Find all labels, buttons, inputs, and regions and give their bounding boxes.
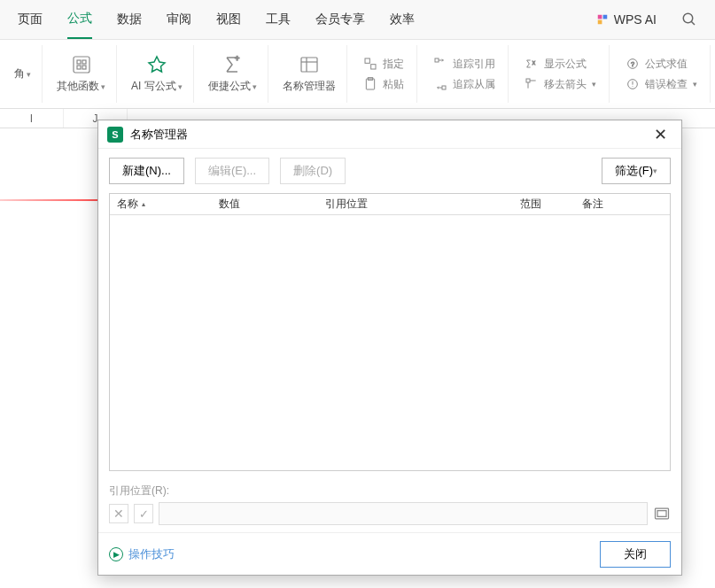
trace-dep-button[interactable]: 追踪从属: [433, 77, 495, 92]
eval-icon: ?: [626, 57, 640, 71]
svg-rect-12: [370, 65, 375, 69]
wps-ai-label: WPS AI: [614, 12, 657, 27]
quick-formula-button[interactable]: + 便捷公式▾: [205, 50, 260, 97]
svg-text:+: +: [235, 54, 239, 63]
new-button[interactable]: 新建(N)...: [109, 158, 184, 184]
show-formula-button[interactable]: x显示公式: [525, 57, 596, 72]
paste-icon: [363, 77, 377, 91]
th-note[interactable]: 备注: [575, 194, 670, 214]
th-name[interactable]: 名称▴: [110, 194, 212, 214]
specify-button[interactable]: 指定: [363, 57, 404, 72]
svg-text:x: x: [532, 59, 535, 66]
formula-eval-button[interactable]: ?公式求值: [626, 57, 697, 72]
remove-arrows-icon: [525, 77, 539, 91]
tab-review[interactable]: 审阅: [167, 1, 191, 38]
name-manager-dialog: S 名称管理器 ✕ 新建(N)... 编辑(E)... 删除(D) 筛选(F) …: [97, 120, 682, 576]
dialog-title: 名称管理器: [130, 127, 188, 143]
tab-page[interactable]: 页面: [18, 1, 43, 38]
error-check-icon: [626, 77, 640, 91]
close-icon[interactable]: ✕: [649, 123, 672, 146]
remove-arrows-button[interactable]: 移去箭头▾: [525, 77, 596, 92]
ai-icon: [146, 54, 167, 75]
svg-rect-3: [77, 60, 81, 64]
svg-rect-11: [365, 58, 369, 63]
svg-rect-2: [74, 57, 89, 73]
svg-rect-16: [442, 86, 446, 89]
menu-tabs: 页面 公式 数据 审阅 视图 工具 会员专享 效率 WPS AI: [0, 0, 715, 40]
search-icon[interactable]: [681, 12, 697, 27]
svg-line-1: [691, 21, 695, 25]
svg-rect-5: [77, 66, 81, 69]
dialog-app-icon: S: [107, 127, 123, 143]
table-body: [110, 215, 670, 470]
tab-efficiency[interactable]: 效率: [390, 1, 415, 38]
dialog-toolbar: 新建(N)... 编辑(E)... 删除(D) 筛选(F) ▾: [98, 149, 681, 193]
wps-ai-button[interactable]: WPS AI: [596, 12, 657, 27]
collapse-dialog-icon[interactable]: [653, 505, 671, 522]
ref-cancel-button: ✕: [109, 504, 128, 523]
svg-rect-4: [82, 60, 86, 64]
function-icon: [71, 54, 92, 75]
reference-input[interactable]: [159, 502, 648, 525]
reference-section: 引用位置(R): ✕ ✓: [98, 480, 681, 532]
wps-ai-icon: [596, 13, 609, 26]
angle-button[interactable]: 角▾: [11, 63, 35, 85]
svg-rect-8: [301, 58, 317, 72]
table-header: 名称▴ 数值 引用位置 范围 备注: [110, 194, 670, 215]
ribbon-toolbar: 角▾ 其他函数▾ AI 写公式▾ + 便捷公式▾ 名称管理器 指定 粘贴: [0, 40, 715, 109]
error-check-button[interactable]: 错误检查▾: [626, 77, 697, 92]
tab-formula[interactable]: 公式: [67, 0, 92, 39]
edit-button: 编辑(E)...: [195, 158, 269, 184]
th-scope[interactable]: 范围: [513, 194, 575, 214]
th-value[interactable]: 数值: [212, 194, 318, 214]
filter-button[interactable]: 筛选(F) ▾: [602, 158, 671, 184]
tab-tools[interactable]: 工具: [266, 1, 291, 38]
dialog-footer: ▶ 操作技巧 关闭: [98, 532, 681, 575]
svg-rect-6: [82, 66, 86, 69]
tab-view[interactable]: 视图: [216, 1, 241, 38]
other-functions-button[interactable]: 其他函数▾: [53, 50, 109, 97]
ref-confirm-button: ✓: [134, 504, 153, 523]
delete-button: 删除(D): [280, 158, 346, 184]
svg-text:?: ?: [631, 60, 634, 68]
dialog-titlebar: S 名称管理器 ✕: [98, 120, 681, 149]
svg-rect-30: [657, 511, 666, 517]
tips-link[interactable]: ▶ 操作技巧: [109, 546, 175, 562]
show-formula-icon: x: [525, 57, 539, 71]
play-icon: ▶: [109, 547, 123, 561]
trace-ref-icon: [433, 57, 447, 71]
tab-data[interactable]: 数据: [117, 1, 142, 38]
name-manager-icon: [299, 54, 320, 75]
sigma-icon: +: [221, 54, 243, 75]
ai-formula-button[interactable]: AI 写公式▾: [128, 50, 186, 97]
svg-point-0: [683, 13, 693, 23]
th-ref[interactable]: 引用位置: [318, 194, 513, 214]
paste-button[interactable]: 粘贴: [363, 77, 404, 92]
svg-rect-18: [526, 79, 530, 82]
svg-rect-15: [435, 58, 439, 62]
tab-member[interactable]: 会员专享: [315, 1, 365, 38]
reference-label: 引用位置(R):: [109, 484, 671, 499]
names-table: 名称▴ 数值 引用位置 范围 备注: [109, 193, 671, 471]
close-button[interactable]: 关闭: [600, 541, 671, 568]
specify-icon: [363, 57, 377, 71]
trace-dep-icon: [433, 77, 447, 91]
column-header-i[interactable]: I: [0, 109, 64, 128]
trace-ref-button[interactable]: 追踪引用: [433, 57, 495, 72]
name-manager-button[interactable]: 名称管理器: [279, 50, 339, 97]
